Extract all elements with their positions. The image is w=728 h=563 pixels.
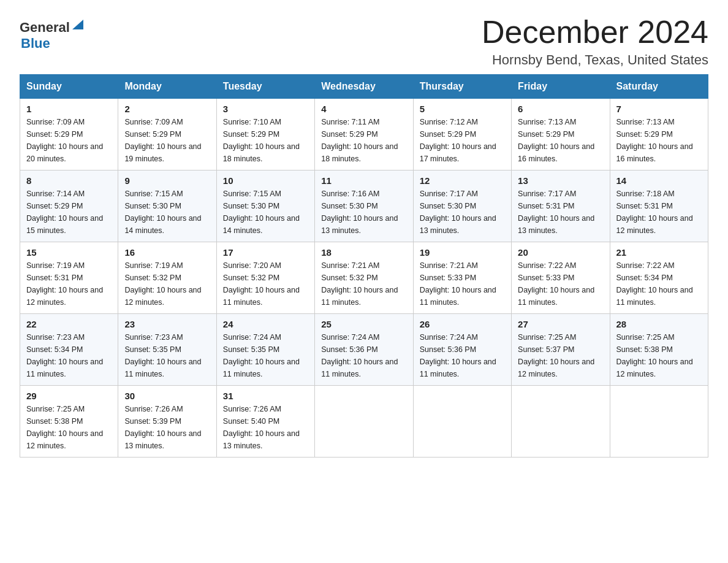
day-number: 6 bbox=[518, 104, 603, 114]
header-day-saturday: Saturday bbox=[610, 75, 708, 99]
day-number: 23 bbox=[124, 319, 210, 329]
day-info: Sunrise: 7:23 AMSunset: 5:34 PMDaylight:… bbox=[26, 331, 112, 380]
header-day-wednesday: Wednesday bbox=[315, 75, 413, 99]
day-number: 15 bbox=[26, 247, 112, 258]
calendar-cell: 27Sunrise: 7:25 AMSunset: 5:37 PMDayligh… bbox=[512, 314, 610, 386]
day-info: Sunrise: 7:23 AMSunset: 5:35 PMDaylight:… bbox=[124, 331, 210, 380]
calendar-cell bbox=[512, 386, 610, 458]
day-info: Sunrise: 7:20 AMSunset: 5:32 PMDaylight:… bbox=[223, 259, 308, 308]
day-number: 25 bbox=[321, 319, 406, 329]
day-info: Sunrise: 7:21 AMSunset: 5:32 PMDaylight:… bbox=[321, 259, 406, 308]
calendar-cell: 9Sunrise: 7:15 AMSunset: 5:30 PMDaylight… bbox=[118, 170, 216, 242]
day-number: 10 bbox=[223, 175, 308, 186]
day-info: Sunrise: 7:22 AMSunset: 5:34 PMDaylight:… bbox=[616, 259, 702, 308]
day-number: 18 bbox=[321, 247, 406, 258]
calendar-cell: 8Sunrise: 7:14 AMSunset: 5:29 PMDaylight… bbox=[20, 170, 118, 242]
day-info: Sunrise: 7:10 AMSunset: 5:29 PMDaylight:… bbox=[223, 116, 308, 165]
header-day-tuesday: Tuesday bbox=[216, 75, 314, 99]
day-info: Sunrise: 7:18 AMSunset: 5:31 PMDaylight:… bbox=[616, 188, 702, 237]
day-info: Sunrise: 7:22 AMSunset: 5:33 PMDaylight:… bbox=[518, 259, 603, 308]
calendar-cell: 15Sunrise: 7:19 AMSunset: 5:31 PMDayligh… bbox=[20, 242, 118, 314]
title-block: December 2024 Hornsby Bend, Texas, Unite… bbox=[482, 15, 708, 68]
header-day-friday: Friday bbox=[512, 75, 610, 99]
day-info: Sunrise: 7:12 AMSunset: 5:29 PMDaylight:… bbox=[420, 116, 505, 165]
calendar-cell bbox=[315, 386, 413, 458]
day-info: Sunrise: 7:24 AMSunset: 5:35 PMDaylight:… bbox=[223, 331, 308, 380]
month-title: December 2024 bbox=[482, 15, 708, 50]
calendar-cell: 1Sunrise: 7:09 AMSunset: 5:29 PMDaylight… bbox=[20, 99, 118, 170]
day-info: Sunrise: 7:19 AMSunset: 5:31 PMDaylight:… bbox=[26, 259, 112, 308]
day-number: 17 bbox=[223, 247, 308, 258]
logo-general: General bbox=[20, 20, 70, 36]
day-info: Sunrise: 7:13 AMSunset: 5:29 PMDaylight:… bbox=[518, 116, 603, 165]
logo: General Blue bbox=[20, 20, 85, 52]
calendar-cell bbox=[610, 386, 708, 458]
calendar-cell: 23Sunrise: 7:23 AMSunset: 5:35 PMDayligh… bbox=[118, 314, 216, 386]
day-number: 12 bbox=[420, 175, 505, 186]
day-number: 7 bbox=[616, 104, 702, 114]
calendar-cell: 31Sunrise: 7:26 AMSunset: 5:40 PMDayligh… bbox=[216, 386, 314, 458]
day-info: Sunrise: 7:13 AMSunset: 5:29 PMDaylight:… bbox=[616, 116, 702, 165]
page-header: General Blue December 2024 Hornsby Bend,… bbox=[20, 15, 708, 68]
logo-blue: Blue bbox=[21, 36, 50, 51]
day-info: Sunrise: 7:09 AMSunset: 5:29 PMDaylight:… bbox=[26, 116, 112, 165]
day-info: Sunrise: 7:15 AMSunset: 5:30 PMDaylight:… bbox=[223, 188, 308, 237]
day-info: Sunrise: 7:26 AMSunset: 5:40 PMDaylight:… bbox=[223, 403, 308, 452]
day-info: Sunrise: 7:24 AMSunset: 5:36 PMDaylight:… bbox=[420, 331, 505, 380]
header-day-monday: Monday bbox=[118, 75, 216, 99]
day-number: 16 bbox=[124, 247, 210, 258]
day-info: Sunrise: 7:24 AMSunset: 5:36 PMDaylight:… bbox=[321, 331, 406, 380]
day-info: Sunrise: 7:21 AMSunset: 5:33 PMDaylight:… bbox=[420, 259, 505, 308]
calendar-cell: 30Sunrise: 7:26 AMSunset: 5:39 PMDayligh… bbox=[118, 386, 216, 458]
day-number: 9 bbox=[124, 175, 210, 186]
calendar-cell: 11Sunrise: 7:16 AMSunset: 5:30 PMDayligh… bbox=[315, 170, 413, 242]
calendar-week-row: 15Sunrise: 7:19 AMSunset: 5:31 PMDayligh… bbox=[20, 242, 708, 314]
calendar-cell: 18Sunrise: 7:21 AMSunset: 5:32 PMDayligh… bbox=[315, 242, 413, 314]
logo-triangle-icon bbox=[71, 18, 85, 32]
day-number: 13 bbox=[518, 175, 603, 186]
calendar-week-row: 8Sunrise: 7:14 AMSunset: 5:29 PMDaylight… bbox=[20, 170, 708, 242]
calendar-week-row: 1Sunrise: 7:09 AMSunset: 5:29 PMDaylight… bbox=[20, 99, 708, 170]
day-number: 22 bbox=[26, 319, 112, 329]
day-number: 11 bbox=[321, 175, 406, 186]
day-info: Sunrise: 7:16 AMSunset: 5:30 PMDaylight:… bbox=[321, 188, 406, 237]
calendar-cell: 17Sunrise: 7:20 AMSunset: 5:32 PMDayligh… bbox=[216, 242, 314, 314]
logo-wordmark: General Blue bbox=[20, 20, 85, 52]
day-number: 2 bbox=[124, 104, 210, 114]
calendar-cell: 16Sunrise: 7:19 AMSunset: 5:32 PMDayligh… bbox=[118, 242, 216, 314]
day-number: 30 bbox=[124, 391, 210, 401]
calendar-cell: 5Sunrise: 7:12 AMSunset: 5:29 PMDaylight… bbox=[413, 99, 511, 170]
calendar-cell: 4Sunrise: 7:11 AMSunset: 5:29 PMDaylight… bbox=[315, 99, 413, 170]
calendar-cell: 19Sunrise: 7:21 AMSunset: 5:33 PMDayligh… bbox=[413, 242, 511, 314]
calendar-cell: 7Sunrise: 7:13 AMSunset: 5:29 PMDaylight… bbox=[610, 99, 708, 170]
day-number: 8 bbox=[26, 175, 112, 186]
day-info: Sunrise: 7:15 AMSunset: 5:30 PMDaylight:… bbox=[124, 188, 210, 237]
day-number: 27 bbox=[518, 319, 603, 329]
day-info: Sunrise: 7:25 AMSunset: 5:38 PMDaylight:… bbox=[26, 403, 112, 452]
day-number: 29 bbox=[26, 391, 112, 401]
calendar-cell: 24Sunrise: 7:24 AMSunset: 5:35 PMDayligh… bbox=[216, 314, 314, 386]
calendar-cell: 2Sunrise: 7:09 AMSunset: 5:29 PMDaylight… bbox=[118, 99, 216, 170]
calendar-cell: 28Sunrise: 7:25 AMSunset: 5:38 PMDayligh… bbox=[610, 314, 708, 386]
calendar-cell: 21Sunrise: 7:22 AMSunset: 5:34 PMDayligh… bbox=[610, 242, 708, 314]
day-info: Sunrise: 7:14 AMSunset: 5:29 PMDaylight:… bbox=[26, 188, 112, 237]
calendar-cell: 14Sunrise: 7:18 AMSunset: 5:31 PMDayligh… bbox=[610, 170, 708, 242]
calendar-cell: 25Sunrise: 7:24 AMSunset: 5:36 PMDayligh… bbox=[315, 314, 413, 386]
calendar-cell: 26Sunrise: 7:24 AMSunset: 5:36 PMDayligh… bbox=[413, 314, 511, 386]
calendar-cell: 10Sunrise: 7:15 AMSunset: 5:30 PMDayligh… bbox=[216, 170, 314, 242]
location-title: Hornsby Bend, Texas, United States bbox=[482, 52, 708, 68]
calendar-cell: 3Sunrise: 7:10 AMSunset: 5:29 PMDaylight… bbox=[216, 99, 314, 170]
calendar-cell: 22Sunrise: 7:23 AMSunset: 5:34 PMDayligh… bbox=[20, 314, 118, 386]
calendar-cell bbox=[413, 386, 511, 458]
day-number: 21 bbox=[616, 247, 702, 258]
calendar-cell: 13Sunrise: 7:17 AMSunset: 5:31 PMDayligh… bbox=[512, 170, 610, 242]
header-day-thursday: Thursday bbox=[413, 75, 511, 99]
svg-marker-0 bbox=[72, 20, 83, 29]
day-number: 26 bbox=[420, 319, 505, 329]
day-info: Sunrise: 7:25 AMSunset: 5:37 PMDaylight:… bbox=[518, 331, 603, 380]
calendar-week-row: 22Sunrise: 7:23 AMSunset: 5:34 PMDayligh… bbox=[20, 314, 708, 386]
day-info: Sunrise: 7:09 AMSunset: 5:29 PMDaylight:… bbox=[124, 116, 210, 165]
day-info: Sunrise: 7:17 AMSunset: 5:31 PMDaylight:… bbox=[518, 188, 603, 237]
day-number: 24 bbox=[223, 319, 308, 329]
calendar-cell: 20Sunrise: 7:22 AMSunset: 5:33 PMDayligh… bbox=[512, 242, 610, 314]
